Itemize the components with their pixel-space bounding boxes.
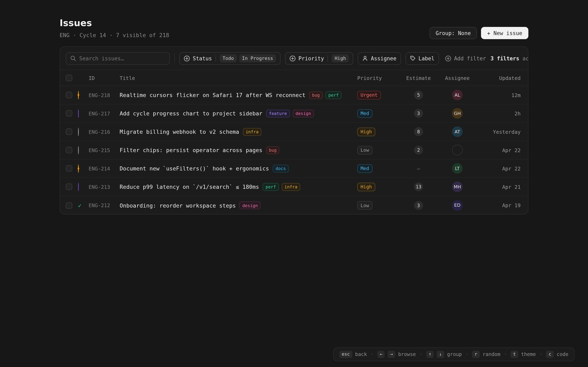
issue-id: ENG-215 — [89, 147, 120, 153]
status-icon-backlog[interactable] — [78, 183, 79, 191]
row-checkbox[interactable] — [66, 147, 72, 153]
table-header: ID Title Priority Estimate Assignee Upda… — [60, 70, 528, 86]
estimate-value: 8 — [414, 127, 423, 136]
avatar-MH: MH — [452, 182, 463, 192]
hint-separator-dot: · — [539, 351, 542, 357]
estimate-value: — — [417, 165, 420, 171]
estimate-cell: — — [398, 165, 439, 171]
issue-row[interactable]: ENG-218 Realtime cursors flicker on Safa… — [60, 86, 528, 104]
add-filter-label: Add filter — [454, 55, 486, 61]
hint-separator-dot: · — [504, 351, 507, 357]
hint-separator-dot: · — [420, 351, 423, 357]
estimate-value: 13 — [414, 182, 423, 191]
column-header-estimate: Estimate — [398, 75, 439, 81]
hint-separator-dot: · — [466, 351, 468, 357]
issue-row[interactable]: ENG-217 Add cycle progress chart to proj… — [60, 104, 528, 123]
issue-id: ENG-217 — [89, 110, 120, 117]
hint-label: group — [447, 351, 462, 357]
app-root: Issues ENG · Cycle 14 · 7 visible of 218… — [0, 0, 588, 367]
hint-browse: ←→browse — [377, 351, 416, 358]
priority-badge: Med — [357, 109, 372, 118]
updated-timestamp: Apr 21 — [476, 184, 521, 190]
label-pill-bug: bug — [266, 146, 279, 154]
status-icon-done[interactable]: ✓ — [78, 202, 81, 209]
label-filter-label: Label — [419, 55, 434, 61]
hint-label: random — [483, 351, 501, 357]
key-cap-←: ← — [377, 351, 385, 358]
select-all-checkbox[interactable] — [66, 75, 72, 81]
issue-id: ENG-212 — [89, 202, 120, 208]
issues-list: ENG-218 Realtime cursors flicker on Safa… — [60, 86, 528, 215]
new-issue-button[interactable]: + New issue — [481, 27, 528, 39]
hint-label: code — [557, 351, 568, 357]
hint-separator-dot: · — [371, 351, 373, 357]
issue-labels: design — [240, 201, 261, 209]
status-icon-todo[interactable] — [78, 146, 79, 154]
filter-value-pill[interactable]: Todo — [220, 54, 237, 62]
row-checkbox[interactable] — [66, 202, 72, 209]
priority-badge: High — [357, 183, 375, 191]
row-checkbox[interactable] — [66, 165, 72, 172]
issue-row[interactable]: ENG-213 Reduce p99 latency on `/v1/searc… — [60, 178, 528, 196]
issue-row[interactable]: ENG-214 Document new `useFilters()` hook… — [60, 159, 528, 178]
status-icon-todo[interactable] — [78, 127, 79, 136]
label-pill-infra: infra — [282, 183, 300, 191]
assignee-filter-label: Assignee — [371, 55, 396, 61]
estimate-cell: 3 — [398, 201, 439, 210]
priority-filter-chip[interactable]: Priority High — [285, 52, 354, 65]
status-icon-in-progress[interactable] — [78, 164, 79, 173]
label-pill-docs: docs — [273, 165, 289, 172]
avatar-LT: LT — [452, 163, 463, 174]
status-icon-in-progress[interactable] — [78, 91, 79, 99]
issue-labels: perfinfra — [263, 183, 300, 191]
key-cap-→: → — [388, 351, 395, 358]
hint-group: ↑↓group — [426, 351, 462, 358]
issue-title: Onboarding: reorder workspace steps — [120, 202, 236, 209]
hint-label: back — [355, 351, 367, 357]
priority-filter-values: High — [332, 54, 349, 62]
filter-value-pill[interactable]: High — [332, 54, 349, 62]
issue-id: ENG-213 — [89, 184, 120, 190]
priority-badge: Low — [357, 201, 372, 210]
column-header-title: Title — [120, 75, 357, 81]
hint-theme: ttheme — [511, 351, 536, 358]
add-filter-button[interactable]: Add filter — [445, 55, 486, 61]
issue-title: Realtime cursors flicker on Safari 17 af… — [120, 92, 305, 98]
assignee-filter-chip[interactable]: Assignee — [358, 52, 401, 65]
row-checkbox[interactable] — [66, 184, 72, 190]
filter-value-pill[interactable]: In Progress — [239, 54, 276, 62]
tag-icon — [410, 55, 416, 61]
key-cap-t: t — [511, 351, 518, 358]
key-cap-c: c — [546, 351, 554, 358]
estimate-cell: 5 — [398, 91, 439, 100]
label-filter-chip[interactable]: Label — [406, 52, 439, 65]
header-actions: Group: None + New issue — [430, 27, 528, 39]
issue-row[interactable]: ENG-215 Filter chips: persist operator a… — [60, 141, 528, 159]
issue-row[interactable]: ENG-216 Migrate billing webhook to v2 sc… — [60, 123, 528, 141]
updated-timestamp: Apr 19 — [476, 202, 521, 208]
plus-circle-icon — [184, 55, 190, 61]
assignee-cell — [439, 145, 476, 155]
row-checkbox[interactable] — [66, 92, 72, 98]
issue-id: ENG-214 — [89, 165, 120, 171]
status-filter-values: TodoIn Progress — [220, 54, 276, 62]
row-checkbox[interactable] — [66, 110, 72, 117]
priority-badge: Urgent — [357, 91, 381, 100]
row-checkbox[interactable] — [66, 128, 72, 135]
column-header-assignee: Assignee — [439, 75, 476, 81]
label-pill-feature: feature — [266, 109, 290, 117]
issue-title: Migrate billing webhook to v2 schema — [120, 128, 239, 135]
issue-labels: docs — [273, 165, 289, 172]
status-icon-backlog[interactable] — [78, 109, 79, 118]
key-cap-↑: ↑ — [426, 351, 434, 358]
hint-code: ccode — [546, 351, 568, 358]
search-input[interactable] — [79, 55, 165, 61]
search-box[interactable] — [66, 52, 170, 65]
search-icon — [70, 55, 76, 61]
priority-badge: Med — [357, 164, 372, 173]
group-by-button[interactable]: Group: None — [430, 27, 477, 39]
hint-random: rrandom — [472, 351, 501, 358]
status-filter-chip[interactable]: Status TodoIn Progress — [179, 52, 281, 65]
issue-row[interactable]: ✓ ENG-212 Onboarding: reorder workspace … — [60, 196, 528, 215]
priority-badge: Low — [357, 146, 372, 155]
